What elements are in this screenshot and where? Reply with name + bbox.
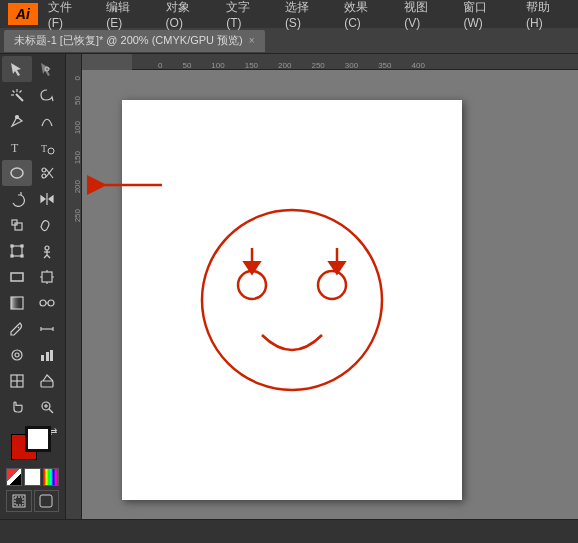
svg-marker-15 <box>41 196 45 202</box>
curvature-tool[interactable] <box>32 108 62 134</box>
svg-rect-20 <box>11 245 13 247</box>
svg-rect-17 <box>15 223 22 230</box>
touch-type-tool[interactable]: T <box>32 134 62 160</box>
menu-edit[interactable]: 编辑(E) <box>102 0 149 32</box>
artboard <box>122 100 462 500</box>
svg-point-36 <box>40 300 46 306</box>
tool-row-8 <box>2 238 63 264</box>
tool-row-3 <box>2 108 63 134</box>
zoom-tool[interactable] <box>32 394 62 420</box>
free-transform-tool[interactable] <box>2 238 32 264</box>
svg-rect-23 <box>21 255 23 257</box>
menu-window[interactable]: 窗口(W) <box>459 0 510 32</box>
bottom-tool-row <box>2 488 63 516</box>
rotate-tool[interactable] <box>2 186 32 212</box>
menu-file[interactable]: 文件(F) <box>44 0 91 32</box>
tool-row-14 <box>2 394 63 420</box>
tool-row-11 <box>2 316 63 342</box>
tool-row-9 <box>2 264 63 290</box>
selection-tool[interactable] <box>2 56 32 82</box>
puppet-warp-tool[interactable] <box>32 238 62 264</box>
tool-row-5 <box>2 160 63 186</box>
stroke-color-box[interactable] <box>25 426 51 452</box>
measure-tool[interactable] <box>32 316 62 342</box>
menu-text[interactable]: 文字(T) <box>222 0 269 32</box>
lasso-tool[interactable] <box>32 82 62 108</box>
gradient-swatch[interactable] <box>43 468 59 486</box>
svg-point-8 <box>48 148 54 154</box>
svg-line-13 <box>46 168 53 177</box>
svg-text:T: T <box>11 141 19 155</box>
svg-line-28 <box>47 255 50 258</box>
hand-tool[interactable] <box>2 394 32 420</box>
menu-effect[interactable]: 效果(C) <box>340 0 388 32</box>
none-color-button[interactable] <box>6 468 22 486</box>
svg-text:T: T <box>41 143 47 154</box>
tool-row-10 <box>2 290 63 316</box>
color-controls-row <box>2 466 63 488</box>
reflect-tool[interactable] <box>32 186 62 212</box>
tab-title: 未标题-1 [已恢复]* @ 200% (CMYK/GPU 预览) <box>14 33 243 48</box>
column-graph-tool[interactable] <box>32 342 62 368</box>
svg-rect-29 <box>11 273 23 281</box>
title-bar: Ai 文件(F) 编辑(E) 对象(O) 文字(T) 选择(S) 效果(C) 视… <box>0 0 578 28</box>
svg-line-53 <box>49 409 53 413</box>
svg-line-39 <box>18 327 19 328</box>
symbol-tool[interactable] <box>2 342 32 368</box>
svg-line-3 <box>13 91 15 93</box>
scale-tool[interactable] <box>2 212 32 238</box>
canvas-area <box>82 70 578 543</box>
white-swatch[interactable] <box>24 468 40 486</box>
svg-rect-45 <box>41 355 44 361</box>
rectangle-tool[interactable] <box>2 264 32 290</box>
magic-wand-tool[interactable] <box>2 82 32 108</box>
ellipse-tool[interactable] <box>2 160 32 186</box>
svg-rect-35 <box>11 297 23 309</box>
pen-tool[interactable] <box>2 108 32 134</box>
svg-point-59 <box>238 271 266 299</box>
menu-bar: 文件(F) 编辑(E) 对象(O) 文字(T) 选择(S) 效果(C) 视图(V… <box>44 0 570 32</box>
document-tab[interactable]: 未标题-1 [已恢复]* @ 200% (CMYK/GPU 预览) × <box>4 30 265 52</box>
tab-close-button[interactable]: × <box>249 35 255 46</box>
tab-bar: 未标题-1 [已恢复]* @ 200% (CMYK/GPU 预览) × <box>0 28 578 54</box>
blend-tool[interactable] <box>32 290 62 316</box>
screen-mode-button[interactable] <box>34 490 60 512</box>
svg-point-5 <box>16 116 19 119</box>
eyedropper-tool[interactable] <box>2 316 32 342</box>
shaper-tool[interactable] <box>32 212 62 238</box>
vertical-ruler: 0 50 100 150 200 250 <box>66 54 82 543</box>
direct-selection-tool[interactable] <box>32 56 62 82</box>
slice-tool[interactable] <box>2 368 32 394</box>
svg-point-43 <box>12 350 22 360</box>
svg-rect-57 <box>15 497 23 505</box>
menu-object[interactable]: 对象(O) <box>162 0 211 32</box>
svg-marker-16 <box>49 196 53 202</box>
svg-rect-51 <box>41 381 53 387</box>
scissors-tool[interactable] <box>32 160 62 186</box>
artwork-canvas[interactable] <box>122 100 462 500</box>
tool-row-12 <box>2 342 63 368</box>
svg-point-44 <box>15 353 19 357</box>
menu-select[interactable]: 选择(S) <box>281 0 328 32</box>
tool-row-6 <box>2 186 63 212</box>
eraser-tool[interactable] <box>32 368 62 394</box>
canvas-wrapper: 0 50 100 150 200 250 300 350 400 0 50 10… <box>66 54 578 543</box>
artboard-tool[interactable] <box>32 264 62 290</box>
svg-rect-58 <box>40 495 52 507</box>
menu-help[interactable]: 帮助(H) <box>522 0 570 32</box>
app-logo: Ai <box>8 3 38 25</box>
menu-view[interactable]: 视图(V) <box>400 0 447 32</box>
draw-mode-button[interactable] <box>6 490 32 512</box>
svg-point-9 <box>11 168 23 178</box>
type-tool[interactable]: T <box>2 134 32 160</box>
svg-point-60 <box>318 271 346 299</box>
tool-row-2 <box>2 82 63 108</box>
svg-rect-21 <box>21 245 23 247</box>
tool-row-7 <box>2 212 63 238</box>
gradient-tool[interactable] <box>2 290 32 316</box>
svg-point-10 <box>42 168 46 172</box>
svg-line-4 <box>20 91 22 93</box>
svg-rect-47 <box>50 350 53 361</box>
svg-rect-46 <box>46 352 49 361</box>
svg-line-12 <box>46 169 53 178</box>
